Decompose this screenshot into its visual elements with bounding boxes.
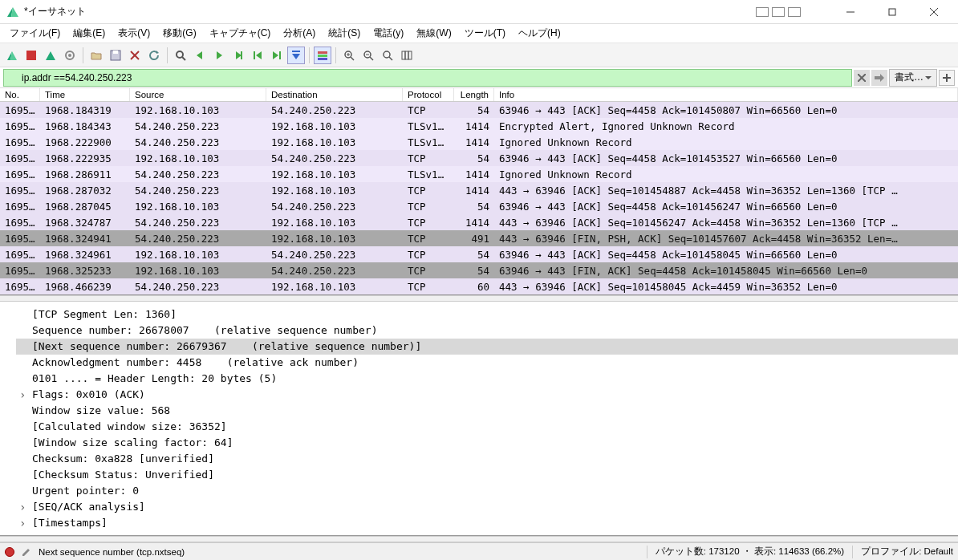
packet-row[interactable]: 1695…1968.22290054.240.250.223192.168.10… (0, 134, 958, 150)
svg-rect-31 (408, 51, 412, 59)
display-filter-input[interactable] (3, 69, 852, 87)
close-file-icon[interactable] (126, 47, 144, 64)
col-no[interactable]: No. (0, 88, 40, 101)
chevron-down-icon (925, 75, 932, 81)
zoom-in-icon[interactable] (340, 47, 358, 64)
menu-edit[interactable]: 編集(E) (67, 25, 112, 42)
col-source[interactable]: Source (130, 88, 266, 101)
detail-line[interactable]: [Next sequence number: 26679367 (relativ… (16, 339, 958, 355)
find-icon[interactable] (172, 47, 189, 64)
detail-line[interactable]: [TCP Segment Len: 1360] (16, 306, 958, 323)
pane-splitter[interactable] (0, 295, 958, 302)
filter-bar: 書式… (0, 67, 958, 88)
menu-capture[interactable]: キャプチャ(C) (203, 25, 278, 42)
close-button[interactable] (916, 1, 952, 23)
packet-row[interactable]: 1695…1968.287045192.168.10.10354.240.250… (0, 198, 958, 214)
svg-point-11 (177, 51, 183, 58)
menu-file[interactable]: ファイル(F) (3, 25, 67, 42)
svg-rect-30 (405, 51, 408, 59)
detail-line[interactable]: [Timestamps] (16, 515, 958, 531)
detail-line[interactable]: 0101 .... = Header Length: 20 bytes (5) (16, 371, 958, 387)
zoom-reset-icon[interactable] (379, 47, 396, 64)
clear-filter-button[interactable] (854, 70, 870, 86)
titlebar: *イーサネット (0, 0, 958, 24)
menu-analyze[interactable]: 分析(A) (277, 25, 322, 42)
svg-line-21 (351, 57, 354, 60)
titlebar-box-icon[interactable] (772, 7, 785, 17)
col-time[interactable]: Time (40, 88, 130, 101)
packet-row[interactable]: 1695…1968.222935192.168.10.10354.240.250… (0, 150, 958, 166)
packet-list-pane[interactable]: No. Time Source Destination Protocol Len… (0, 88, 958, 295)
reload-icon[interactable] (145, 47, 163, 64)
add-filter-button[interactable] (939, 70, 955, 86)
titlebar-extra-icons (756, 7, 801, 17)
detail-line[interactable]: [Checksum Status: Unverified] (16, 467, 958, 483)
start-capture-icon[interactable] (3, 47, 21, 64)
col-info[interactable]: Info (494, 88, 958, 101)
packet-row[interactable]: 1695…1968.184319192.168.10.10354.240.250… (0, 102, 958, 118)
resize-columns-icon[interactable] (398, 47, 416, 64)
packet-row[interactable]: 1695…1968.324961192.168.10.10354.240.250… (0, 246, 958, 262)
menu-view[interactable]: 表示(V) (112, 25, 156, 42)
svg-rect-1 (889, 9, 895, 15)
detail-line[interactable]: Sequence number: 26678007 (relative sequ… (16, 323, 958, 339)
packet-details-pane[interactable]: [TCP Segment Len: 1360]Sequence number: … (0, 302, 958, 536)
svg-rect-29 (402, 51, 405, 59)
titlebar-box-icon[interactable] (756, 7, 769, 17)
titlebar-box-icon[interactable] (788, 7, 801, 17)
minimize-button[interactable] (833, 1, 868, 23)
menu-telephony[interactable]: 電話(y) (367, 25, 410, 42)
maximize-button[interactable] (875, 1, 910, 23)
go-forward-icon[interactable] (210, 47, 228, 64)
packet-row[interactable]: 1695…1968.32478754.240.250.223192.168.10… (0, 214, 958, 230)
packet-row[interactable]: 1695…1968.28703254.240.250.223192.168.10… (0, 182, 958, 198)
format-button[interactable]: 書式… (889, 69, 937, 87)
open-file-icon[interactable] (87, 47, 105, 64)
detail-line[interactable]: [Window size scaling factor: 64] (16, 435, 958, 451)
jump-to-icon[interactable] (229, 47, 247, 64)
detail-line[interactable]: Acknowledgment number: 4458 (relative ac… (16, 355, 958, 371)
col-length[interactable]: Length (454, 88, 494, 101)
go-back-icon[interactable] (191, 47, 209, 64)
detail-line[interactable]: [SEQ/ACK analysis] (16, 499, 958, 515)
menu-stats[interactable]: 統計(S) (322, 25, 367, 42)
edit-icon[interactable] (21, 546, 32, 558)
svg-point-27 (384, 51, 390, 58)
colorize-icon[interactable] (314, 47, 331, 64)
menu-tools[interactable]: ツール(T) (458, 25, 512, 42)
expert-info-icon[interactable] (5, 547, 14, 557)
stop-capture-icon[interactable] (22, 47, 40, 64)
packet-list-header[interactable]: No. Time Source Destination Protocol Len… (0, 88, 958, 102)
pane-splitter[interactable] (0, 536, 958, 542)
packet-row[interactable]: 1695…1968.46623954.240.250.223192.168.10… (0, 278, 958, 294)
zoom-out-icon[interactable] (359, 47, 377, 64)
menubar: ファイル(F) 編集(E) 表示(V) 移動(G) キャプチャ(C) 分析(A)… (0, 24, 958, 43)
packet-row[interactable]: 1695…1968.18434354.240.250.223192.168.10… (0, 118, 958, 134)
go-first-icon[interactable] (249, 47, 266, 64)
menu-wireless[interactable]: 無線(W) (410, 25, 457, 42)
svg-point-6 (68, 54, 71, 57)
menu-help[interactable]: ヘルプ(H) (512, 25, 567, 42)
packet-row[interactable]: 1695…1968.28691154.240.250.223192.168.10… (0, 166, 958, 182)
go-last-icon[interactable] (268, 47, 286, 64)
svg-rect-18 (318, 55, 327, 57)
detail-line[interactable]: Urgent pointer: 0 (16, 483, 958, 499)
restart-capture-icon[interactable] (42, 47, 59, 64)
detail-line[interactable]: Window size value: 568 (16, 403, 958, 419)
col-protocol[interactable]: Protocol (403, 88, 454, 101)
packet-row[interactable]: 1695…1968.325233192.168.10.10354.240.250… (0, 262, 958, 278)
save-file-icon[interactable] (107, 47, 124, 64)
col-destination[interactable]: Destination (266, 88, 403, 101)
apply-filter-button[interactable] (871, 70, 887, 86)
detail-line[interactable]: Checksum: 0xa828 [unverified] (16, 451, 958, 467)
svg-rect-8 (113, 51, 118, 54)
menu-go[interactable]: 移動(G) (156, 25, 202, 42)
auto-scroll-icon[interactable] (287, 47, 305, 64)
detail-line[interactable]: Flags: 0x010 (ACK) (16, 387, 958, 403)
main-toolbar (0, 43, 958, 67)
capture-options-icon[interactable] (61, 47, 79, 64)
packet-row[interactable]: 1695…1968.32494154.240.250.223192.168.10… (0, 230, 958, 246)
svg-line-12 (182, 57, 185, 60)
status-profile[interactable]: プロファイル: Default (861, 546, 953, 558)
detail-line[interactable]: [Calculated window size: 36352] (16, 419, 958, 435)
